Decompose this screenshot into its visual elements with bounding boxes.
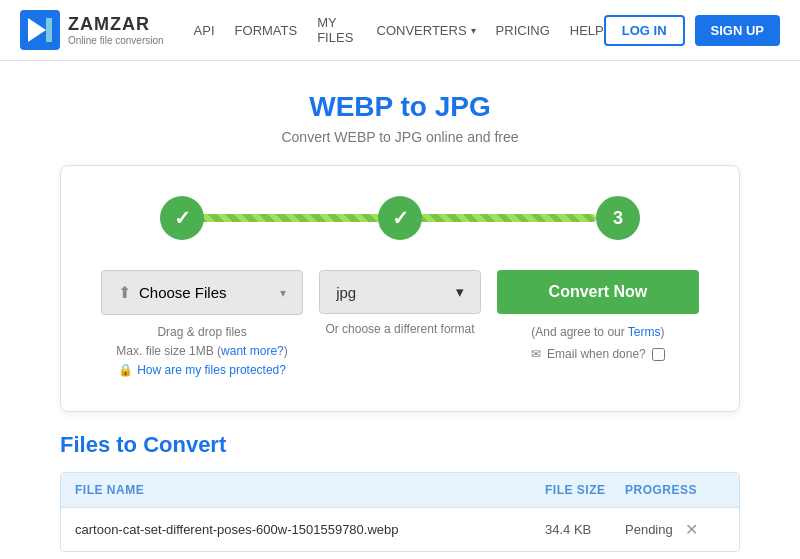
- files-section: Files to Convert FILE NAME FILE SIZE PRO…: [60, 432, 740, 552]
- lock-icon: 🔒: [118, 361, 133, 380]
- files-table-header: FILE NAME FILE SIZE PROGRESS: [61, 473, 739, 507]
- drag-drop-text: Drag & drop files: [116, 323, 287, 342]
- header: ZAMZAR Online file conversion API FORMAT…: [0, 0, 800, 61]
- email-when-done-label: Email when done?: [547, 344, 646, 366]
- nav-formats[interactable]: FORMATS: [235, 23, 298, 38]
- table-row: cartoon-cat-set-different-poses-600w-150…: [61, 507, 739, 551]
- signup-button[interactable]: SIGN UP: [695, 15, 780, 46]
- nav-my-files[interactable]: MY FILES: [317, 15, 356, 45]
- nav-api[interactable]: API: [194, 23, 215, 38]
- remove-file-button[interactable]: ✕: [681, 520, 702, 539]
- nav-converters[interactable]: CONVERTERS ▾: [377, 23, 476, 38]
- file-protection-link[interactable]: How are my files protected?: [137, 361, 286, 380]
- file-size: 34.4 KB: [545, 522, 625, 537]
- col-header-size: FILE SIZE: [545, 483, 625, 497]
- header-buttons: LOG IN SIGN UP: [604, 15, 780, 46]
- convert-now-button[interactable]: Convert Now: [497, 270, 699, 314]
- logo-tagline: Online file conversion: [68, 35, 164, 46]
- format-arrow-icon: ▾: [456, 283, 464, 301]
- checkmark-2-icon: ✓: [392, 206, 409, 230]
- max-size-text: Max. file size 1MB (want more?): [116, 342, 287, 361]
- envelope-icon: ✉: [531, 344, 541, 366]
- col-header-progress: PROGRESS: [625, 483, 725, 497]
- step-2-circle: ✓: [378, 196, 422, 240]
- files-table: FILE NAME FILE SIZE PROGRESS cartoon-cat…: [60, 472, 740, 552]
- logo[interactable]: ZAMZAR Online file conversion: [20, 10, 164, 50]
- file-name: cartoon-cat-set-different-poses-600w-150…: [75, 522, 545, 537]
- progress-steps: ✓ ✓ 3: [101, 196, 699, 240]
- format-label: jpg: [336, 284, 356, 301]
- checkmark-1-icon: ✓: [174, 206, 191, 230]
- email-checkbox[interactable]: [652, 348, 665, 361]
- col-header-name: FILE NAME: [75, 483, 545, 497]
- main-nav: API FORMATS MY FILES CONVERTERS ▾ PRICIN…: [194, 15, 604, 45]
- convert-group: Convert Now (And agree to our Terms) ✉ E…: [497, 270, 699, 365]
- format-meta: Or choose a different format: [325, 322, 474, 336]
- logo-icon: [20, 10, 60, 50]
- converter-box: ✓ ✓ 3 ⬆ Choose Files ▾ Drag & drop: [60, 165, 740, 412]
- nav-pricing[interactable]: PRICING: [496, 23, 550, 38]
- login-button[interactable]: LOG IN: [604, 15, 685, 46]
- page-subtitle: Convert WEBP to JPG online and free: [20, 129, 780, 145]
- choose-files-meta: Drag & drop files Max. file size 1MB (wa…: [116, 323, 287, 381]
- file-progress: Pending ✕: [625, 520, 725, 539]
- convert-meta: (And agree to our Terms) ✉ Email when do…: [531, 322, 665, 365]
- step-1-circle: ✓: [160, 196, 204, 240]
- choose-files-button[interactable]: ⬆ Choose Files ▾: [101, 270, 303, 315]
- svg-marker-2: [46, 18, 52, 42]
- upload-icon: ⬆: [118, 283, 131, 302]
- step-3-label: 3: [613, 208, 623, 229]
- page-title: WEBP to JPG: [20, 91, 780, 123]
- step-3-circle: 3: [596, 196, 640, 240]
- progress-status: Pending: [625, 522, 673, 537]
- choose-files-group: ⬆ Choose Files ▾ Drag & drop files Max. …: [101, 270, 303, 381]
- converters-arrow-icon: ▾: [471, 25, 476, 36]
- page-title-section: WEBP to JPG Convert WEBP to JPG online a…: [0, 61, 800, 165]
- choose-files-arrow-icon: ▾: [280, 286, 286, 300]
- format-group: jpg ▾ Or choose a different format: [319, 270, 481, 336]
- controls-row: ⬆ Choose Files ▾ Drag & drop files Max. …: [101, 270, 699, 381]
- want-more-link[interactable]: want more?: [221, 344, 284, 358]
- nav-help[interactable]: HELP: [570, 23, 604, 38]
- choose-files-label: Choose Files: [139, 284, 227, 301]
- files-title: Files to Convert: [60, 432, 740, 458]
- files-title-highlight: Convert: [143, 432, 226, 457]
- logo-name: ZAMZAR: [68, 14, 164, 35]
- format-select[interactable]: jpg ▾: [319, 270, 481, 314]
- terms-link[interactable]: Terms: [628, 325, 661, 339]
